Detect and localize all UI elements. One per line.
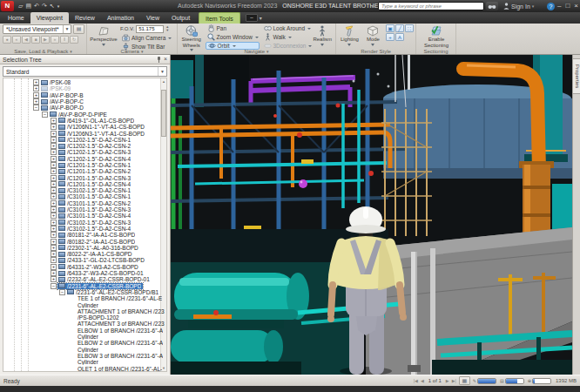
render-text-button[interactable]: A bbox=[395, 33, 404, 41]
tab-output[interactable]: Output bbox=[165, 12, 196, 24]
steering-wheels-button[interactable]: Steering Wheels bbox=[180, 24, 203, 51]
tab-view[interactable]: View bbox=[140, 12, 165, 24]
group-label-navigate[interactable]: Navigate bbox=[178, 49, 335, 54]
tree-item[interactable]: +/C3101-1.5"-D-A2-CSN-2 bbox=[3, 200, 166, 206]
perspective-dropdown-icon[interactable] bbox=[102, 44, 105, 46]
tree-item[interactable]: +/PSK-09 bbox=[3, 85, 166, 91]
ribbon-options-dropdown-icon[interactable]: ▾ bbox=[260, 15, 262, 21]
tree-item[interactable]: ELBOW 1 of BRANCH /2231-6"-A bbox=[3, 328, 166, 334]
tree-item[interactable]: +/V1206N3-1"-VT-A1-CS-BOPD bbox=[3, 130, 166, 136]
tree-item[interactable]: ATTACHMENT 1 of BRANCH /223 bbox=[3, 308, 166, 314]
tree-item[interactable]: +/80182-2"-IA-A1-CS-BOPD bbox=[3, 238, 166, 244]
tree-item[interactable]: ELBOW 3 of BRANCH /2231-6"-A bbox=[3, 353, 166, 359]
expand-icon[interactable]: + bbox=[33, 79, 39, 85]
expand-icon[interactable]: + bbox=[51, 143, 57, 149]
expand-icon[interactable]: + bbox=[51, 162, 57, 168]
tree-item[interactable]: +/C3101-1.5"-D-A2-CSN-1 bbox=[3, 193, 166, 199]
tree-item[interactable]: +/C1202-1.5"-D-A2-CSN-1 bbox=[3, 137, 166, 143]
expand-icon[interactable]: + bbox=[51, 206, 57, 213]
tree-item[interactable]: +/80181-2"-IA-A1-CS-BOPD bbox=[3, 232, 166, 238]
look-around-button[interactable]: Look Around bbox=[262, 24, 309, 32]
align-camera-button[interactable]: Align Camera bbox=[120, 34, 173, 42]
tree-item[interactable]: +/64331-2"-W3-A2-CS-BOPD bbox=[3, 264, 166, 270]
tree-item[interactable]: −/AV-P-BOP-D bbox=[3, 105, 166, 111]
close-button[interactable]: × bbox=[574, 1, 578, 11]
application-menu-button[interactable]: N bbox=[1, 1, 14, 11]
undo-icon[interactable]: ↶ bbox=[34, 1, 39, 11]
collapse-icon[interactable]: − bbox=[42, 112, 48, 118]
tree-item[interactable]: −/AV-P-BOP-D-PIPE bbox=[3, 111, 166, 117]
expand-icon[interactable]: + bbox=[51, 257, 57, 263]
expand-icon[interactable]: + bbox=[51, 239, 57, 245]
tab-animation[interactable]: Animation bbox=[101, 12, 140, 24]
tree-item[interactable]: +/C3101-1.5"-D-A2-CSN-4 bbox=[3, 213, 166, 219]
expand-icon[interactable]: + bbox=[51, 118, 57, 124]
tree-mode-dropdown-icon[interactable]: ▼ bbox=[158, 67, 166, 76]
tree-item[interactable]: +/V1206N1-1"-VT-A1-CS-BOPD bbox=[3, 124, 166, 130]
tree-item[interactable]: +/C3101-1.5"-D-A2-CSN-3 bbox=[3, 206, 166, 213]
perspective-button[interactable]: Perspective bbox=[90, 24, 118, 46]
expand-icon[interactable]: + bbox=[51, 137, 57, 143]
fov-spinner[interactable]: ▲▼ bbox=[165, 25, 169, 32]
tree-item[interactable]: +/C3102-1.5"-D-A2-CSN-1 bbox=[3, 187, 166, 193]
sheet-browser-button[interactable]: ▦ bbox=[459, 376, 470, 385]
tree-item[interactable]: +/AV-P-BOP-B bbox=[3, 92, 166, 98]
last-sheet-button[interactable]: ▶| bbox=[452, 378, 456, 383]
search-box[interactable] bbox=[378, 2, 484, 10]
fov-input[interactable] bbox=[136, 25, 164, 33]
search-button[interactable] bbox=[486, 2, 498, 10]
lighting-dropdown-icon[interactable] bbox=[347, 44, 351, 46]
enable-sectioning-button[interactable]: Enable Sectioning bbox=[419, 24, 454, 48]
tree-item[interactable]: +/6419-1"-OL-A1-CS-BOPD bbox=[3, 118, 166, 124]
tree-item[interactable]: ELBOW 2 of BRANCH /2231-6"-A bbox=[3, 340, 166, 346]
expand-icon[interactable]: + bbox=[51, 200, 57, 206]
open-file-icon[interactable]: ▱ bbox=[18, 1, 23, 11]
expand-icon[interactable]: + bbox=[51, 226, 57, 232]
tree-item[interactable]: /PS-BOPD-1202 bbox=[3, 314, 166, 321]
step-back-button[interactable]: ◀ bbox=[22, 36, 30, 44]
render-wireframe-button[interactable]: ╱ bbox=[395, 24, 404, 32]
first-sheet-button[interactable]: |◀ bbox=[414, 378, 418, 383]
help-icon[interactable]: ? bbox=[547, 3, 555, 10]
tree-item[interactable]: +/C1202-1.5"-D-A2-CSN-3 bbox=[3, 149, 166, 155]
auto-hide-pin-icon[interactable] bbox=[157, 57, 161, 63]
qat-dropdown-icon[interactable]: ▾ bbox=[57, 1, 60, 11]
expand-icon[interactable]: + bbox=[51, 276, 57, 282]
record-button[interactable]: ● bbox=[3, 36, 11, 44]
tree-item[interactable]: Cylinder bbox=[3, 301, 166, 308]
collapse-icon[interactable]: − bbox=[33, 105, 39, 111]
tree-item[interactable]: +/AV-P-BOP-C bbox=[3, 98, 166, 105]
tree-item[interactable]: +/C3102-1.5"-D-A2-CSN-4 bbox=[3, 226, 166, 232]
mode-button[interactable]: Mode bbox=[363, 24, 383, 46]
expand-icon[interactable]: + bbox=[51, 168, 57, 174]
expand-icon[interactable]: + bbox=[51, 149, 57, 155]
loop-button[interactable]: ↻ bbox=[70, 36, 78, 44]
viewpoint-combo[interactable]: *Unsaved Viewpoint*▼ bbox=[3, 24, 71, 34]
minimize-button[interactable]: – bbox=[557, 1, 561, 11]
pan-button[interactable]: Pan bbox=[206, 24, 260, 32]
collapse-icon[interactable]: − bbox=[59, 289, 65, 295]
ribbon-minimize-button[interactable]: – bbox=[246, 14, 258, 22]
properties-tab[interactable]: Properties bbox=[573, 58, 580, 94]
tree-item[interactable]: +/22302-1"-AL-A0-316-BOPD bbox=[3, 245, 166, 251]
tree-item[interactable]: ATTACHMENT 3 of BRANCH /223 bbox=[3, 321, 166, 327]
tree-item[interactable]: +/2232-6"-AL-E2-CSSR-BOPD-01 bbox=[3, 276, 166, 282]
tree-item[interactable]: +/C1201-1.5"-D-A2-CSN-3 bbox=[3, 174, 166, 180]
realism-dropdown-icon[interactable] bbox=[320, 44, 324, 46]
tree-item[interactable]: +/C1201-1.5"-D-A2-CSN-4 bbox=[3, 181, 166, 187]
expand-icon[interactable]: + bbox=[33, 85, 39, 91]
tree-item[interactable]: +/8022-2"-IA-A1-CS-BOPD bbox=[3, 251, 166, 257]
tree-item[interactable]: +/C3102-1.5"-D-A2-CSN-3 bbox=[3, 220, 166, 226]
expand-icon[interactable]: + bbox=[51, 213, 57, 219]
sign-in-button[interactable]: Sign In ▾ bbox=[503, 3, 534, 10]
render-shaded-button[interactable]: ▣ bbox=[386, 24, 395, 32]
expand-icon[interactable]: + bbox=[33, 92, 39, 98]
redo-icon[interactable]: ↷ bbox=[42, 1, 47, 11]
select-cursor-icon[interactable]: ↖ bbox=[50, 1, 55, 11]
tab-review[interactable]: Review bbox=[69, 12, 101, 24]
tree-item[interactable]: +/C1201-1.5"-D-A2-CSN-1 bbox=[3, 162, 166, 168]
tab-viewpoint[interactable]: Viewpoint bbox=[30, 12, 69, 24]
expand-icon[interactable]: + bbox=[51, 270, 57, 276]
expand-icon[interactable]: + bbox=[51, 245, 57, 251]
walk-button[interactable]: Walk bbox=[262, 33, 309, 41]
